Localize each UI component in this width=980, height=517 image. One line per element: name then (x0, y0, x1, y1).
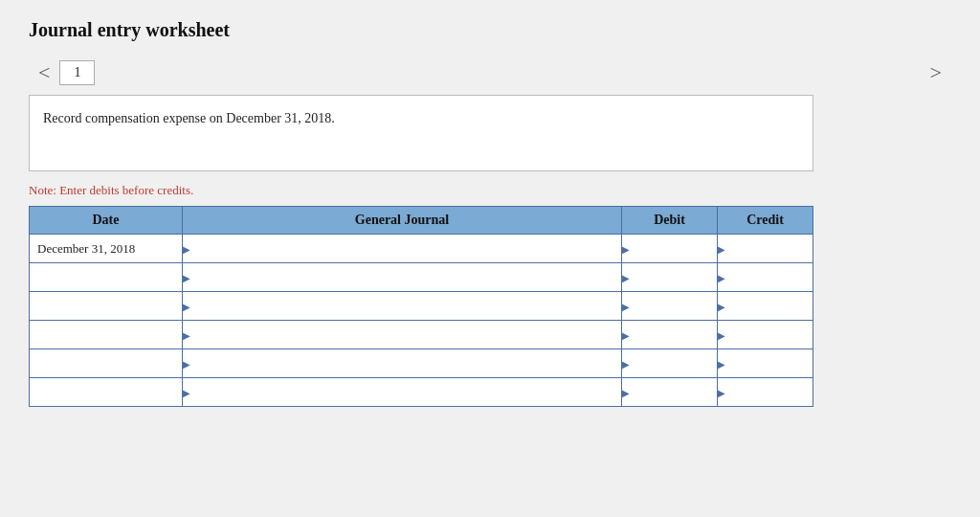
page-number-tab[interactable]: 1 (59, 60, 95, 85)
journal-table: Date General Journal Debit Credit Decemb… (29, 206, 813, 407)
debit-cell-6[interactable] (622, 378, 718, 407)
date-cell-2 (30, 263, 183, 292)
journal-cell-1[interactable] (183, 235, 622, 263)
credit-cell-5[interactable] (718, 349, 813, 378)
page-container: Journal entry worksheet < 1 > Record com… (0, 0, 980, 517)
nav-row: < 1 > (29, 60, 951, 85)
date-cell-1: December 31, 2018 (30, 235, 183, 263)
table-row (30, 292, 813, 321)
date-cell-4 (30, 321, 183, 349)
journal-cell-6[interactable] (183, 378, 622, 407)
date-cell-6 (30, 378, 183, 407)
date-cell-3 (30, 292, 183, 321)
journal-cell-2[interactable] (183, 263, 622, 292)
table-row (30, 263, 813, 292)
table-row (30, 378, 813, 407)
table-row (30, 321, 813, 349)
credit-cell-3[interactable] (718, 292, 813, 321)
debit-cell-2[interactable] (622, 263, 718, 292)
journal-cell-3[interactable] (183, 292, 622, 321)
header-debit: Debit (622, 207, 718, 235)
instruction-text: Record compensation expense on December … (43, 111, 335, 125)
header-credit: Credit (718, 207, 813, 235)
header-date: Date (30, 207, 183, 235)
date-cell-5 (30, 349, 183, 378)
top-bar: Journal entry worksheet (29, 19, 951, 41)
journal-cell-5[interactable] (183, 349, 622, 378)
credit-cell-1[interactable] (718, 235, 813, 263)
next-arrow[interactable]: > (921, 60, 951, 85)
credit-cell-4[interactable] (718, 321, 813, 349)
credit-cell-2[interactable] (718, 263, 813, 292)
note-text: Note: Enter debits before credits. (29, 183, 951, 198)
debit-cell-5[interactable] (622, 349, 718, 378)
instruction-box: Record compensation expense on December … (29, 95, 813, 171)
page-title: Journal entry worksheet (29, 19, 230, 41)
debit-cell-4[interactable] (622, 321, 718, 349)
table-row: December 31, 2018 (30, 235, 813, 263)
journal-cell-4[interactable] (183, 321, 622, 349)
credit-cell-6[interactable] (718, 378, 813, 407)
table-row (30, 349, 813, 378)
debit-cell-3[interactable] (622, 292, 718, 321)
worksheet-area: < 1 > Record compensation expense on Dec… (29, 51, 951, 416)
header-general-journal: General Journal (183, 207, 622, 235)
prev-arrow[interactable]: < (29, 60, 59, 85)
debit-cell-1[interactable] (622, 235, 718, 263)
